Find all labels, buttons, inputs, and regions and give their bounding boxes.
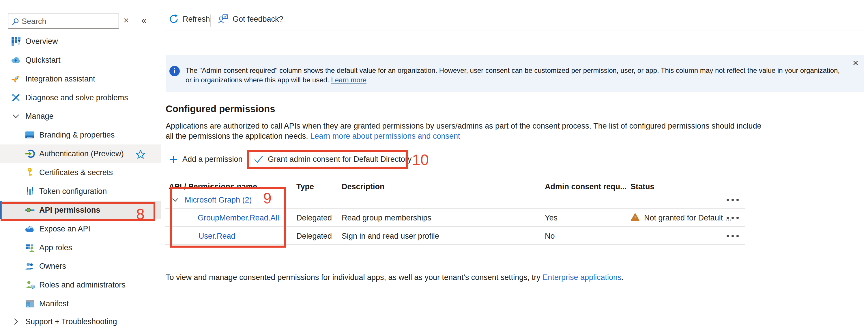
permissions-consent-link[interactable]: Learn more about permissions and consent <box>310 132 460 140</box>
section-description-line1: Applications are authorized to call APIs… <box>166 122 762 131</box>
search-box[interactable] <box>8 13 119 29</box>
annotation-number-9: 9 <box>263 191 272 206</box>
sidebar-item-certificates[interactable]: Certificates & secrets <box>0 163 161 182</box>
permission-link[interactable]: User.Read <box>198 232 236 241</box>
sidebar-group-manage[interactable]: Manage <box>0 107 161 126</box>
sidebar-item-diagnose[interactable]: Diagnose and solve problems <box>0 88 161 107</box>
chevron-down-icon[interactable] <box>172 198 178 202</box>
rocket-icon <box>11 74 21 84</box>
admin-consent-value: Yes <box>545 214 558 222</box>
key-icon <box>25 168 35 177</box>
svg-text:!: ! <box>634 215 636 220</box>
refresh-icon <box>169 14 179 24</box>
browser-icon: www <box>25 130 35 140</box>
tools-icon <box>11 93 21 103</box>
info-icon: i <box>169 66 180 76</box>
manifest-icon: {} <box>25 299 35 309</box>
sidebar-item-label: Certificates & secrets <box>39 168 113 177</box>
api-group-link[interactable]: Microsoft Graph (2) <box>185 196 252 204</box>
banner-close-icon[interactable]: × <box>853 58 859 67</box>
api-permissions-icon <box>25 205 35 215</box>
feedback-icon <box>218 14 228 24</box>
sidebar-item-manifest[interactable]: {} Manifest <box>0 295 161 313</box>
banner-text-line2-prefix: or in organizations where this app will … <box>186 76 331 84</box>
column-header-status: Status <box>630 182 654 191</box>
column-header-admin-consent: Admin consent requ... <box>545 182 627 191</box>
add-permission-label: Add a permission <box>182 155 243 164</box>
search-input[interactable] <box>21 15 118 28</box>
table-separator <box>165 208 745 208</box>
add-permission-button[interactable]: Add a permission <box>169 155 243 164</box>
row-context-menu[interactable] <box>725 233 740 239</box>
collapse-sidebar-icon[interactable]: « <box>142 16 147 25</box>
cloud-gears-icon <box>25 224 35 234</box>
banner-text-line1: The "Admin consent required" column show… <box>186 66 840 75</box>
sidebar-item-label: Integration assistant <box>25 75 95 84</box>
grant-admin-consent-label: Grant admin consent for Default Director… <box>268 155 411 164</box>
search-icon <box>11 18 20 26</box>
chevron-right-icon <box>11 317 21 327</box>
permission-type: Delegated <box>297 232 332 241</box>
person-cube-icon <box>25 280 35 290</box>
column-header-description: Description <box>342 182 385 191</box>
sidebar-item-label: Token configuration <box>39 187 107 196</box>
sidebar-item-label: Authentication (Preview) <box>39 149 124 158</box>
sidebar-item-label: Expose an API <box>39 224 90 233</box>
got-feedback-button[interactable]: Got feedback? <box>218 14 283 24</box>
table-left-border <box>165 191 165 245</box>
sidebar-item-label: Diagnose and solve problems <box>25 93 128 102</box>
sidebar-item-owners[interactable]: Owners <box>0 257 161 275</box>
plus-icon <box>169 155 178 164</box>
warning-icon: ! <box>631 213 640 221</box>
grid-person-icon <box>25 243 35 252</box>
clear-search-icon[interactable]: × <box>124 16 129 25</box>
sidebar-item-overview[interactable]: Overview <box>0 32 161 51</box>
section-description-line2-prefix: all the permissions the application need… <box>166 132 310 140</box>
permission-type: Delegated <box>297 214 332 222</box>
page-title: Configured permissions <box>166 104 275 114</box>
refresh-button[interactable]: Refresh <box>169 14 210 24</box>
refresh-label: Refresh <box>183 15 210 24</box>
learn-more-link[interactable]: Learn more <box>331 76 367 84</box>
sidebar-item-token-configuration[interactable]: Token configuration <box>0 182 161 200</box>
azure-api-permissions-page: { "colors": { "accent": "#0078d4", "anno… <box>0 0 868 334</box>
svg-text:{}: {} <box>26 303 30 307</box>
admin-consent-value: No <box>545 232 555 241</box>
annotation-number-10: 10 <box>412 152 429 167</box>
sidebar-item-quickstart[interactable]: Quickstart <box>0 51 161 69</box>
grant-admin-consent-button[interactable]: Grant admin consent for Default Director… <box>254 155 411 164</box>
sidebar-group-support-troubleshooting[interactable]: Support + Troubleshooting <box>0 312 161 331</box>
sign-in-icon <box>25 149 35 159</box>
sidebar-item-app-roles[interactable]: App roles <box>0 239 161 257</box>
permission-description: Sign in and read user profile <box>342 232 439 241</box>
favorite-star-icon[interactable] <box>135 150 146 159</box>
sliders-icon <box>25 186 35 196</box>
enterprise-applications-link[interactable]: Enterprise applications <box>542 273 621 282</box>
sidebar-item-label: Owners <box>39 262 66 271</box>
sidebar-item-label: API permissions <box>39 206 100 215</box>
table-separator <box>165 226 745 227</box>
row-context-menu[interactable] <box>725 197 740 203</box>
sidebar-item-label: Quickstart <box>25 56 61 65</box>
feedback-label: Got feedback? <box>232 15 283 24</box>
sidebar-item-label: Roles and administrators <box>39 281 126 289</box>
permission-link[interactable]: GroupMember.Read.All <box>198 214 279 222</box>
sidebar-group-label: Manage <box>25 112 54 121</box>
svg-text:www: www <box>27 136 33 139</box>
people-icon <box>25 261 35 271</box>
row-context-menu[interactable] <box>725 215 740 221</box>
check-icon <box>254 155 263 164</box>
banner-text-line2: or in organizations where this app will … <box>186 76 367 84</box>
toolbar-divider <box>210 15 211 27</box>
sidebar-item-branding[interactable]: www Branding & properties <box>0 126 161 144</box>
sidebar-item-integration-assistant[interactable]: Integration assistant <box>0 69 161 88</box>
table-separator <box>165 191 745 191</box>
sidebar-item-roles-and-administrators[interactable]: Roles and administrators <box>0 276 161 294</box>
column-header-name: API / Permissions name <box>169 182 257 191</box>
status-text: Not granted for Default ... <box>644 214 732 222</box>
sidebar-item-label: App roles <box>39 243 72 252</box>
sidebar-item-label: Overview <box>25 37 58 46</box>
table-separator <box>165 244 745 245</box>
permission-description: Read group memberships <box>342 214 431 222</box>
sidebar-group-label: Support + Troubleshooting <box>25 317 117 326</box>
